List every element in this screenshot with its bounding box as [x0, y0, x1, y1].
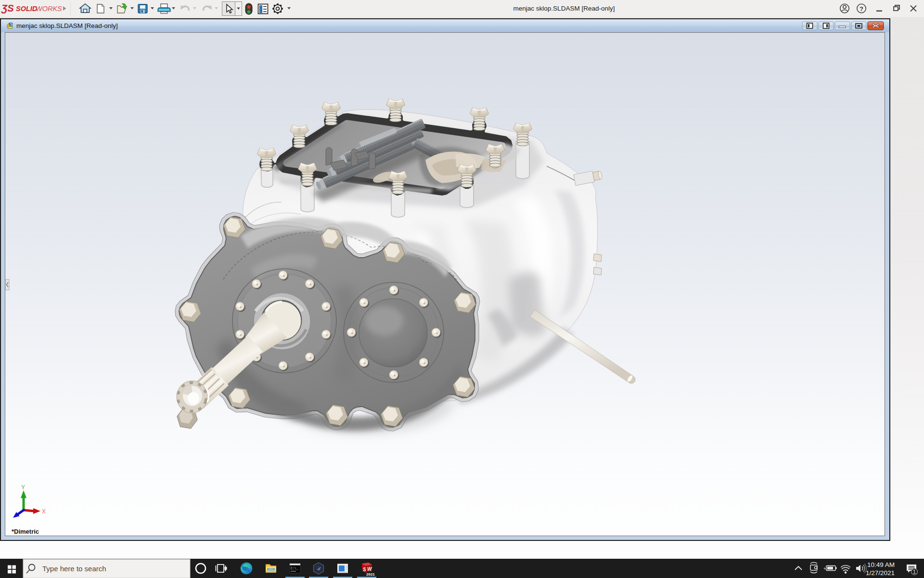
- svg-text:10:49 AM: 10:49 AM: [867, 561, 895, 568]
- svg-text:*Dimetric: *Dimetric: [12, 528, 39, 535]
- svg-text:ƷS: ƷS: [1, 3, 14, 13]
- svg-text:Y: Y: [21, 484, 25, 491]
- svg-text:X: X: [42, 508, 46, 515]
- svg-text:?: ?: [860, 5, 863, 13]
- svg-text:C:\_: C:\_: [291, 567, 298, 570]
- svg-text:WORKS: WORKS: [36, 5, 62, 13]
- svg-text:Type here to search: Type here to search: [42, 565, 106, 573]
- svg-text:SOLID: SOLID: [16, 5, 38, 13]
- svg-text:menjac sklop.SLDASM [Read-only: menjac sklop.SLDASM [Read-only]: [513, 5, 615, 12]
- svg-text:1/27/2021: 1/27/2021: [866, 569, 895, 577]
- svg-text:W: W: [367, 566, 372, 572]
- svg-text:2021: 2021: [366, 572, 375, 577]
- svg-text:1: 1: [913, 569, 916, 575]
- svg-text:menjac sklop.SLDASM [Read-only: menjac sklop.SLDASM [Read-only]: [16, 22, 118, 29]
- svg-text:S: S: [363, 567, 366, 572]
